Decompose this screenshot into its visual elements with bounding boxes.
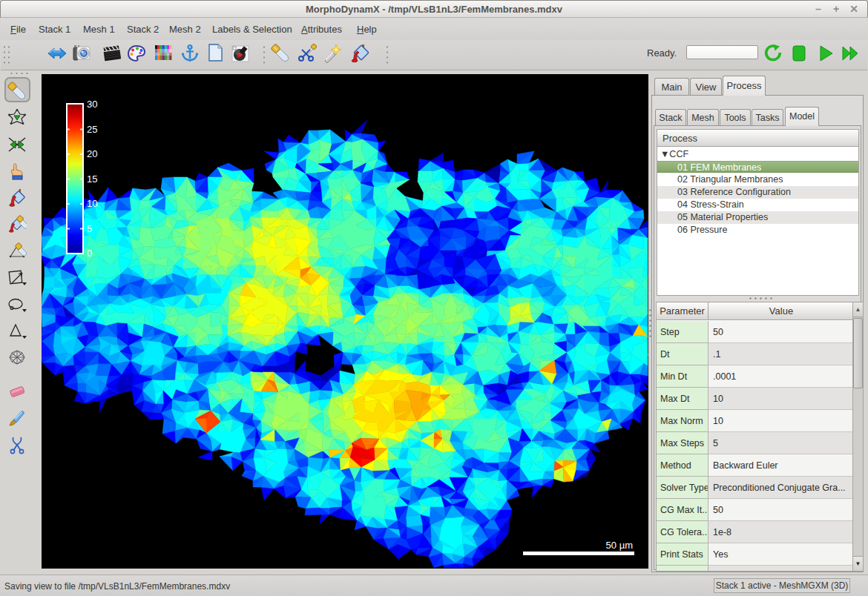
svg-text:50 µm: 50 µm	[606, 540, 633, 551]
svg-text:10: 10	[87, 198, 97, 209]
svg-text:5: 5	[87, 223, 92, 234]
svg-text:30: 30	[87, 99, 97, 110]
svg-text:15: 15	[87, 173, 97, 185]
svg-text:0: 0	[87, 248, 92, 259]
svg-text:20: 20	[87, 148, 97, 159]
svg-text:25: 25	[87, 124, 97, 135]
